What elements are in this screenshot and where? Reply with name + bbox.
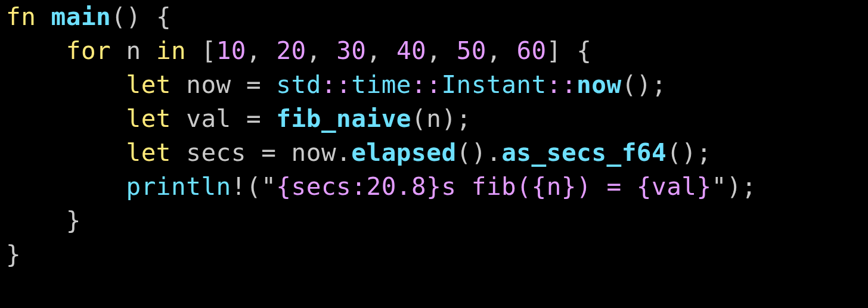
- comma: ,: [426, 36, 456, 65]
- brace-open: {: [156, 2, 171, 31]
- paren-open: (: [411, 104, 426, 133]
- dot: .: [336, 138, 351, 167]
- code-line: println!("{secs:20.8}s fib({n}) = {val}"…: [6, 172, 757, 201]
- path-sep: ::: [547, 70, 576, 99]
- path-std: std: [276, 70, 321, 99]
- brace-open: {: [576, 36, 591, 65]
- number-literal: 30: [336, 36, 366, 65]
- path-sep: ::: [321, 70, 351, 99]
- bracket-open: [: [201, 36, 216, 65]
- comma: ,: [306, 36, 336, 65]
- string-quote: ": [712, 172, 727, 201]
- code-line: let secs = now.elapsed().as_secs_f64();: [6, 138, 712, 167]
- code-line: for n in [10, 20, 30, 40, 50, 60] {: [6, 36, 591, 65]
- punctuation: ();: [622, 70, 667, 99]
- punctuation: (): [111, 2, 141, 31]
- variable-val: val: [186, 104, 231, 133]
- string-quote: ": [261, 172, 276, 201]
- dot: .: [486, 138, 501, 167]
- method-elapsed: elapsed: [351, 138, 456, 167]
- number-literal: 40: [396, 36, 426, 65]
- number-literal: 10: [216, 36, 246, 65]
- code-line: let now = std::time::Instant::now();: [6, 70, 666, 99]
- brace-close: }: [6, 240, 21, 269]
- punctuation: );: [441, 104, 471, 133]
- variable-now: now: [292, 138, 337, 167]
- variable-secs: secs: [186, 138, 246, 167]
- variable-n: n: [126, 36, 141, 65]
- variable-now: now: [186, 70, 231, 99]
- keyword-let: let: [126, 70, 171, 99]
- punctuation: (): [457, 138, 486, 167]
- keyword-let: let: [126, 138, 171, 167]
- paren-open: (: [246, 172, 261, 201]
- operator-eq: =: [261, 138, 276, 167]
- punctuation: );: [727, 172, 757, 201]
- keyword-for: for: [66, 36, 111, 65]
- keyword-in: in: [156, 36, 186, 65]
- punctuation: ();: [666, 138, 712, 167]
- operator-eq: =: [246, 104, 261, 133]
- path-instant: Instant: [441, 70, 546, 99]
- path-time: time: [351, 70, 411, 99]
- code-line: let val = fib_naive(n);: [6, 104, 472, 133]
- macro-bang: !: [231, 172, 246, 201]
- variable-n: n: [426, 104, 441, 133]
- brace-close: }: [66, 206, 81, 235]
- code-block: fn main() { for n in [10, 20, 30, 40, 50…: [0, 0, 868, 272]
- comma: ,: [367, 36, 396, 65]
- keyword-let: let: [126, 104, 171, 133]
- string-literal: {secs:20.8}s fib({n}) = {val}: [276, 172, 711, 201]
- keyword-fn: fn: [6, 2, 36, 31]
- number-literal: 20: [276, 36, 306, 65]
- method-as-secs-f64: as_secs_f64: [501, 138, 666, 167]
- number-literal: 60: [516, 36, 546, 65]
- code-line: }: [6, 206, 81, 235]
- macro-println: println: [126, 172, 231, 201]
- code-line: fn main() {: [6, 2, 171, 31]
- number-literal: 50: [457, 36, 486, 65]
- comma: ,: [486, 36, 516, 65]
- function-now: now: [576, 70, 622, 99]
- code-line: }: [6, 240, 21, 269]
- bracket-close: ]: [547, 36, 562, 65]
- function-fib-naive: fib_naive: [276, 104, 411, 133]
- operator-eq: =: [246, 70, 261, 99]
- function-main: main: [51, 2, 111, 31]
- path-sep: ::: [411, 70, 441, 99]
- comma: ,: [246, 36, 276, 65]
